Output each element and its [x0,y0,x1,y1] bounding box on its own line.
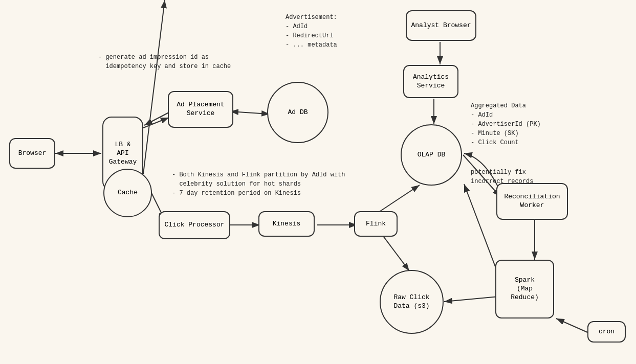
ad-placement-label: Ad PlacementService [177,101,225,118]
potentially-fix-text: potentially fixincorrect records [471,169,533,185]
analyst-browser-label: Analyst Browser [411,21,471,30]
ad-info-text: Advertisement:- AdId- RedirectUrl- ... m… [286,14,337,49]
cache-node: Cache [103,169,152,217]
ad-placement-node: Ad PlacementService [168,91,233,128]
ad-db-node: Ad DB [267,82,328,143]
aggregated-data-annotation: Aggregated Data- AdId- AdvertiserId (PK)… [471,101,541,147]
ad-db-label: Ad DB [288,108,308,117]
olap-db-label: OLAP DB [418,151,446,160]
analytics-service-label: AnalyticsService [413,73,449,90]
svg-line-16 [464,184,499,276]
svg-line-4 [144,112,169,125]
browser-node: Browser [9,138,55,169]
diagram-canvas: Browser LB &APIGateway Ad PlacementServi… [0,0,636,364]
idempotency-text: - generate ad impression id as idempoten… [98,54,231,70]
svg-line-18 [556,318,587,332]
analyst-browser-node: Analyst Browser [406,10,476,41]
aggregated-data-text: Aggregated Data- AdId- AdvertiserId (PK)… [471,102,541,146]
raw-click-data-node: Raw ClickData (s3) [380,270,444,334]
cache-label: Cache [118,189,138,197]
browser-label: Browser [18,149,47,158]
svg-line-7 [143,0,165,174]
reconciliation-worker-node: ReconciliationWorker [496,183,568,220]
click-processor-node: Click Processor [159,211,230,239]
reconciliation-worker-label: ReconciliationWorker [504,193,560,210]
flink-node: Flink [354,211,398,237]
cron-node: cron [587,321,626,343]
kinesis-flink-annotation: - Both Kinesis and Flink partition by Ad… [172,170,345,198]
raw-click-data-label: Raw ClickData (s3) [393,293,429,311]
olap-db-node: OLAP DB [401,124,462,186]
kinesis-flink-text: - Both Kinesis and Flink partition by Ad… [172,171,345,197]
spark-node: Spark(MapReduce) [495,260,554,318]
ad-info-annotation: Advertisement:- AdId- RedirectUrl- ... m… [286,13,337,50]
analytics-service-node: AnalyticsService [403,65,458,98]
cron-label: cron [599,328,615,336]
lb-gateway-label: LB &APIGateway [109,141,137,167]
svg-line-5 [230,111,270,114]
spark-label: Spark(MapReduce) [511,276,539,302]
svg-line-11 [379,185,420,212]
kinesis-label: Kinesis [273,220,301,229]
svg-line-3 [143,118,169,128]
kinesis-node: Kinesis [258,211,315,237]
click-processor-label: Click Processor [164,221,224,230]
potentially-fix-annotation: potentially fixincorrect records [471,168,533,186]
idempotency-annotation: - generate ad impression id as idempoten… [98,53,231,71]
flink-label: Flink [366,220,386,229]
svg-line-17 [444,297,499,302]
